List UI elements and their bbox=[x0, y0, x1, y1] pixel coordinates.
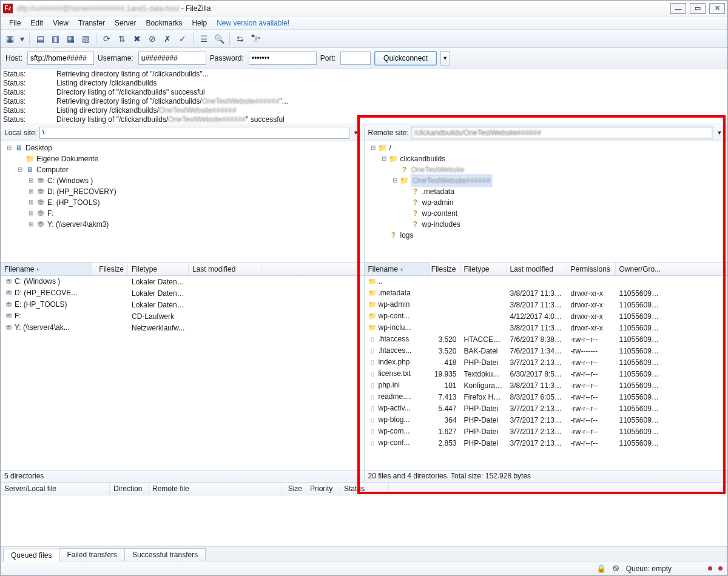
tree-node[interactable]: ⊞⛃E: (HP_TOOLS) bbox=[1, 197, 364, 208]
list-row[interactable]: ▯php.ini101Konfigurati...3/8/2017 11:35:… bbox=[365, 380, 728, 391]
tree-node[interactable]: 📁Eigene Dokumente bbox=[1, 153, 364, 164]
column-filetype[interactable]: Filetype bbox=[460, 263, 507, 275]
maximize-button[interactable]: ▭ bbox=[690, 3, 706, 14]
list-row[interactable]: 📁wp-inclu...3/8/2017 11:35:...drwxr-xr-x… bbox=[365, 322, 728, 333]
minimize-button[interactable]: — bbox=[670, 3, 686, 14]
tile1-button[interactable]: ▤ bbox=[33, 32, 47, 45]
menu-transfer[interactable]: Transfer bbox=[73, 18, 110, 28]
cancelq-button[interactable]: ⊘ bbox=[146, 32, 159, 45]
cancelx-button[interactable]: ✗ bbox=[161, 32, 174, 45]
column-owner-gro-[interactable]: Owner/Gro... bbox=[616, 263, 664, 275]
tree-node[interactable]: ?logs bbox=[365, 230, 728, 241]
tab-queued-files[interactable]: Queued files bbox=[3, 549, 59, 561]
column-filesize[interactable]: Filesize bbox=[430, 263, 460, 275]
remote-tree[interactable]: ⊟📁/⊟📁clickandbuilds?OneTestWebsite⊟📁OneT… bbox=[365, 141, 728, 263]
tree-node[interactable]: ⊟🖥Desktop bbox=[1, 142, 364, 153]
tab-successful-transfers[interactable]: Successful transfers bbox=[124, 548, 206, 561]
remote-filelist[interactable]: 📁..📁.metadata3/8/2017 11:35:...drwxr-xr-… bbox=[365, 276, 728, 470]
tree-node[interactable]: ⊞⛃F: bbox=[1, 208, 364, 219]
column-last-modified[interactable]: Last modified bbox=[507, 263, 567, 275]
list-row[interactable]: ⛃Y: (\\server4\ak...Netzwerklaufw... bbox=[1, 322, 364, 333]
tab-failed-transfers[interactable]: Failed transfers bbox=[59, 548, 125, 561]
queue-columns[interactable]: Server/Local fileDirectionRemote fileSiz… bbox=[1, 482, 727, 495]
column-status[interactable]: Status bbox=[340, 483, 389, 495]
binoc-button[interactable]: 🔭 bbox=[249, 32, 262, 45]
help-icon[interactable]: 🛇 bbox=[612, 564, 620, 573]
tree-node[interactable]: ?wp-includes bbox=[365, 219, 728, 230]
tree-node[interactable]: ?wp-content bbox=[365, 208, 728, 219]
close-button[interactable]: ✕ bbox=[709, 3, 725, 14]
menu-help[interactable]: Help bbox=[187, 18, 212, 28]
list-row[interactable]: 📁wp-admin3/8/2017 11:35:...drwxr-xr-x110… bbox=[365, 299, 728, 310]
list-row[interactable]: ▯.htaccess3.520HTACCESS...7/6/2017 8:38:… bbox=[365, 333, 728, 345]
quickconnect-dropdown[interactable]: ▼ bbox=[440, 51, 450, 65]
password-input[interactable] bbox=[249, 52, 317, 65]
list-row[interactable]: ▯.htacces...3.520BAK-Datei7/6/2017 1:34:… bbox=[365, 345, 728, 357]
list-row[interactable]: 📁wp-cont...4/12/2017 4:01:...drwxr-xr-x1… bbox=[365, 310, 728, 322]
column-filename[interactable]: Filename bbox=[365, 263, 430, 275]
local-columns[interactable]: FilenameFilesizeFiletypeLast modified bbox=[1, 263, 364, 276]
menu-edit[interactable]: Edit bbox=[25, 18, 48, 28]
list-row[interactable]: 📁.. bbox=[365, 276, 728, 287]
sort-button[interactable]: ⇅ bbox=[115, 32, 129, 45]
column-filetype[interactable]: Filetype bbox=[128, 263, 189, 275]
local-filelist[interactable]: ⛃C: (Windows )Lokaler Datent...⛃D: (HP_R… bbox=[1, 276, 364, 470]
list-row[interactable]: ⛃C: (Windows )Lokaler Datent... bbox=[1, 276, 364, 287]
column-filename[interactable]: Filename bbox=[1, 263, 92, 275]
column-last-modified[interactable]: Last modified bbox=[189, 263, 261, 275]
server-button[interactable]: ▦ bbox=[3, 32, 16, 45]
search-button[interactable]: 🔍 bbox=[212, 32, 226, 45]
list-row[interactable]: ▯readme....7.413Firefox HT...8/3/2017 6:… bbox=[365, 391, 728, 403]
tile4-button[interactable]: ▧ bbox=[79, 32, 92, 45]
list-row[interactable]: ▯index.php418PHP-Datei3/7/2017 2:13:3...… bbox=[365, 357, 728, 368]
tree-node[interactable]: ⊟📁clickandbuilds bbox=[365, 153, 728, 164]
tree-node[interactable]: ⊟📁/ bbox=[365, 142, 728, 153]
server-dropdown[interactable]: ▾ bbox=[18, 32, 25, 45]
column-priority[interactable]: Priority bbox=[306, 483, 340, 495]
remote-site-dropdown[interactable]: ▼ bbox=[715, 130, 724, 136]
column-remote-file[interactable]: Remote file bbox=[149, 483, 282, 495]
message-log[interactable]: Status:Retrieving directory listing of "… bbox=[1, 69, 727, 124]
list-row[interactable]: ▯license.txt19.935Textdoku...6/30/2017 8… bbox=[365, 368, 728, 380]
remote-columns[interactable]: FilenameFilesizeFiletypeLast modifiedPer… bbox=[365, 263, 728, 276]
tree-node[interactable]: ⊞⛃C: (Windows ) bbox=[1, 175, 364, 186]
menu-bookmarks[interactable]: Bookmarks bbox=[141, 18, 187, 28]
tree-node[interactable]: ⊟🖥Computer bbox=[1, 164, 364, 175]
column-size[interactable]: Size bbox=[282, 483, 306, 495]
menu-new-version-available-[interactable]: New version available! bbox=[212, 18, 294, 28]
column-filesize[interactable]: Filesize bbox=[92, 263, 128, 275]
tree-node[interactable]: ⊟📁OneTestWebsite###### bbox=[365, 175, 728, 186]
list-row[interactable]: ▯wp-com...1.627PHP-Datei3/7/2017 2:13:3.… bbox=[365, 426, 728, 437]
remote-site-input[interactable] bbox=[411, 127, 713, 139]
column-direction[interactable]: Direction bbox=[110, 483, 149, 495]
local-site-dropdown[interactable]: ▼ bbox=[352, 130, 360, 136]
tree-node[interactable]: ⊞⛃D: (HP_RECOVERY) bbox=[1, 186, 364, 197]
list-row[interactable]: ⛃D: (HP_RECOVE...Lokaler Datent... bbox=[1, 287, 364, 299]
refresh-button[interactable]: ⟳ bbox=[100, 32, 113, 45]
list-row[interactable]: ⛃F:CD-Laufwerk bbox=[1, 310, 364, 322]
tree-node[interactable]: ?OneTestWebsite bbox=[365, 164, 728, 175]
menu-view[interactable]: View bbox=[48, 18, 73, 28]
host-input[interactable] bbox=[27, 52, 94, 65]
local-tree[interactable]: ⊟🖥Desktop📁Eigene Dokumente⊟🖥Computer⊞⛃C:… bbox=[1, 141, 364, 263]
list-row[interactable]: ▯wp-blog...364PHP-Datei3/7/2017 2:13:3..… bbox=[365, 414, 728, 426]
tile3-button[interactable]: ▦ bbox=[64, 32, 77, 45]
list-button[interactable]: ☰ bbox=[197, 32, 211, 45]
column-server-local-file[interactable]: Server/Local file bbox=[1, 483, 110, 495]
list-row[interactable]: 📁.metadata3/8/2017 11:35:...drwxr-xr-x11… bbox=[365, 287, 728, 299]
list-row[interactable]: ▯wp-activ...5.447PHP-Datei3/7/2017 2:13:… bbox=[365, 403, 728, 414]
list-row[interactable]: ⛃E: (HP_TOOLS)Lokaler Datent... bbox=[1, 299, 364, 310]
port-input[interactable] bbox=[340, 52, 371, 65]
tile2-button[interactable]: ▥ bbox=[49, 32, 62, 45]
stop-button[interactable]: ✖ bbox=[130, 32, 144, 45]
tree-node[interactable]: ⊞⛃Y: (\\server4\akm3) bbox=[1, 219, 364, 230]
username-input[interactable] bbox=[138, 52, 206, 65]
quickconnect-button[interactable]: Quickconnect bbox=[374, 51, 437, 65]
column-permissions[interactable]: Permissions bbox=[567, 263, 616, 275]
menu-file[interactable]: File bbox=[4, 18, 25, 28]
menu-server[interactable]: Server bbox=[110, 18, 141, 28]
check-button[interactable]: ✓ bbox=[176, 32, 189, 45]
list-row[interactable]: ▯wp-conf...2.853PHP-Datei3/7/2017 2:13:3… bbox=[365, 437, 728, 449]
local-site-input[interactable] bbox=[39, 127, 349, 139]
queue-body[interactable] bbox=[1, 495, 727, 546]
